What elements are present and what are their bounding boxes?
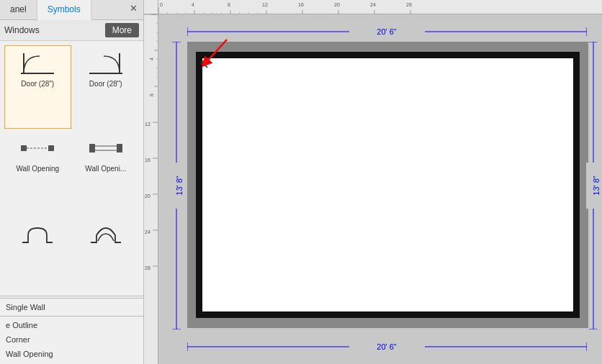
tab-panel[interactable]: anel: [0, 0, 37, 19]
svg-rect-4: [21, 145, 27, 151]
symbol-wall1[interactable]: Wall Opening: [4, 130, 71, 214]
door1-icon: [16, 49, 59, 78]
room-interior: [196, 52, 580, 318]
svg-rect-5: [48, 145, 54, 151]
dim-line-bottom: 20' 6": [187, 340, 587, 354]
svg-rect-7: [89, 144, 95, 153]
svg-line-62: [205, 40, 227, 63]
symbol-arch2[interactable]: [73, 216, 140, 291]
ruler-left-svg: 4 8 12 16 20 24 28: [144, 0, 158, 364]
ruler-corner: [144, 0, 158, 14]
room-wall-outer: [187, 42, 588, 328]
svg-text:12: 12: [145, 122, 150, 127]
svg-text:8: 8: [149, 94, 154, 96]
section-label: Windows: [4, 25, 105, 35]
wall2-label: Wall Openi...: [85, 165, 126, 173]
svg-text:28: 28: [145, 265, 150, 270]
wall1-label: Wall Opening: [16, 165, 59, 173]
dim-line-right: 13' 8": [586, 42, 601, 329]
category-corner[interactable]: Corner: [0, 332, 143, 347]
ruler-top-svg: 0 4 8 12 16 20 24 28: [158, 0, 602, 14]
svg-text:0: 0: [160, 2, 163, 7]
close-button[interactable]: ✕: [124, 0, 143, 19]
symbol-arch1[interactable]: [4, 216, 71, 291]
svg-text:13' 8": 13' 8": [175, 176, 184, 196]
symbol-wall2[interactable]: Wall Openi...: [73, 130, 140, 214]
svg-text:20: 20: [334, 2, 340, 7]
svg-text:24: 24: [145, 229, 150, 235]
red-arrow-indicator: [187, 36, 230, 72]
canvas-content[interactable]: ↖ 20' 6" 20' 6": [158, 14, 602, 364]
svg-text:12: 12: [262, 2, 268, 7]
svg-rect-38: [144, 0, 158, 364]
ruler-left: 4 8 12 16 20 24 28: [144, 0, 158, 364]
section-header: Windows More: [0, 20, 143, 41]
wall1-icon: [16, 134, 59, 163]
door2-icon: [84, 49, 127, 78]
arch1-icon: [16, 219, 59, 248]
symbol-door1[interactable]: Door (28"): [4, 45, 71, 129]
svg-text:16: 16: [298, 2, 304, 7]
svg-text:4: 4: [149, 58, 154, 60]
dim-line-top: 20' 6": [187, 24, 587, 39]
category-wall-opening[interactable]: Wall Opening: [0, 347, 143, 361]
ruler-top: 0 4 8 12 16 20 24 28: [158, 0, 602, 14]
svg-text:20: 20: [145, 194, 150, 199]
panel-tabs: anel Symbols ✕: [0, 0, 143, 20]
main-canvas-area[interactable]: 0 4 8 12 16 20 24 28: [144, 0, 602, 364]
symbols-grid: Door (28") Door (28"): [0, 41, 143, 296]
category-outline[interactable]: e Outline: [0, 318, 143, 332]
drawing-area[interactable]: ↖ 20' 6" 20' 6": [158, 14, 602, 364]
symbol-door2[interactable]: Door (28"): [73, 45, 140, 129]
svg-text:24: 24: [370, 2, 376, 7]
svg-text:4: 4: [192, 2, 194, 7]
svg-text:16: 16: [145, 158, 150, 163]
svg-text:8: 8: [228, 2, 230, 7]
left-panel: anel Symbols ✕ Windows More: [0, 0, 144, 364]
door1-label: Door (28"): [21, 80, 54, 88]
tab-symbols[interactable]: Symbols: [37, 0, 91, 20]
door2-label: Door (28"): [89, 80, 122, 88]
svg-text:20' 6": 20' 6": [377, 342, 397, 351]
dim-line-left: 13' 8": [169, 42, 184, 329]
bottom-categories: Single Wall e Outline Corner Wall Openin…: [0, 296, 143, 364]
svg-rect-11: [158, 0, 602, 14]
wall2-icon: [84, 134, 127, 163]
arch2-icon: [84, 219, 127, 248]
category-single-wall[interactable]: Single Wall: [0, 300, 143, 314]
more-button[interactable]: More: [105, 23, 139, 37]
svg-rect-8: [117, 144, 122, 153]
svg-text:28: 28: [406, 2, 412, 7]
svg-text:20' 6": 20' 6": [377, 27, 397, 36]
svg-text:13' 8": 13' 8": [592, 176, 601, 196]
